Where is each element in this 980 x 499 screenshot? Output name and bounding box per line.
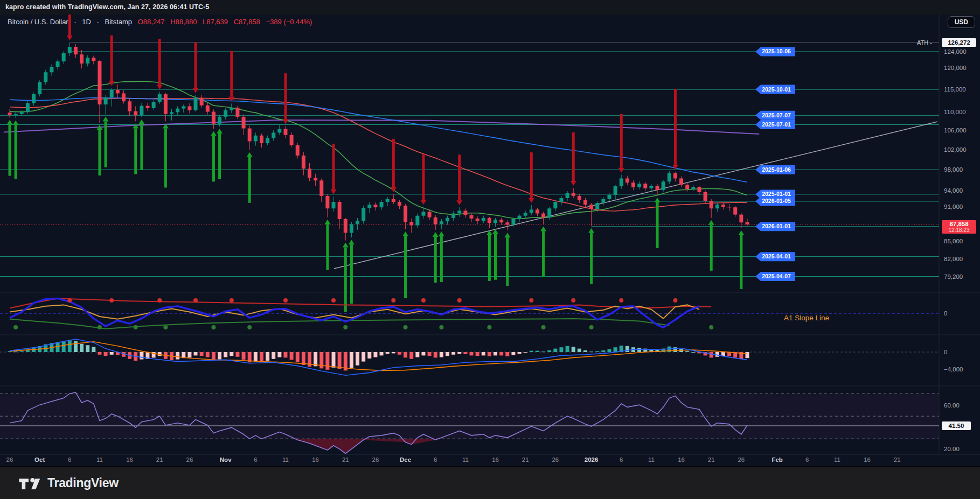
attribution-text: kapro created with TradingView.com, Jan … [5,3,209,11]
svg-text:41.50: 41.50 [949,423,964,429]
svg-text:16: 16 [678,456,685,463]
svg-text:2025-04-01: 2025-04-01 [762,253,791,259]
svg-text:16: 16 [864,456,871,463]
svg-text:11: 11 [462,456,469,463]
svg-text:124,000: 124,000 [944,48,967,55]
svg-text:2025-01-01: 2025-01-01 [762,191,791,197]
svg-text:102,000: 102,000 [944,146,967,153]
time-axis[interactable]: 26Oct611162126Nov611162126Dec61116212620… [6,456,901,463]
pane-macd: 0−4,000 [0,339,963,375]
svg-text:126,272: 126,272 [948,39,970,46]
svg-text:26: 26 [738,456,745,463]
footer-bar: TradingView [0,466,980,499]
svg-text:2026-01-01: 2026-01-01 [762,223,791,229]
svg-text:21: 21 [708,456,715,463]
svg-text:2025-10-01: 2025-10-01 [762,86,791,93]
price-level-date-tags: 2025-10-062025-10-012025-07-072025-07-01… [755,47,795,281]
svg-text:115,000: 115,000 [944,86,966,93]
svg-text:0: 0 [944,349,947,355]
svg-text:26: 26 [552,456,559,463]
svg-text:Dec: Dec [400,456,412,463]
svg-text:60.00: 60.00 [944,402,960,409]
svg-text:16: 16 [312,456,319,463]
svg-text:6: 6 [620,456,623,463]
svg-text:2025-10-06: 2025-10-06 [762,48,791,54]
svg-text:12:18:23: 12:18:23 [949,227,970,233]
svg-text:110,000: 110,000 [944,109,966,115]
svg-text:94,000: 94,000 [944,187,963,194]
svg-text:21: 21 [342,456,349,463]
svg-text:6: 6 [254,456,257,463]
svg-text:82,000: 82,000 [944,256,963,262]
svg-text:11: 11 [282,456,289,463]
svg-text:26: 26 [186,456,193,463]
svg-text:16: 16 [492,456,499,463]
svg-text:79,200: 79,200 [944,273,963,280]
svg-text:98,000: 98,000 [944,166,963,173]
svg-text:Feb: Feb [772,456,782,463]
svg-text:−4,000: −4,000 [944,366,963,373]
svg-text:6: 6 [805,456,809,463]
svg-text:21: 21 [156,456,163,463]
price-axis: 124,000120,000115,000110,000106,000102,0… [917,38,976,280]
currency-toggle-button[interactable]: USD [948,16,975,28]
svg-text:21: 21 [522,456,529,463]
chart-region: Bitcoin / U.S. Dollar · 1D · Bitstamp O8… [0,15,980,466]
svg-text:106,000: 106,000 [944,127,967,133]
moving-averages [10,81,747,219]
svg-text:2025-04-07: 2025-04-07 [762,273,791,279]
svg-text:Nov: Nov [220,456,232,463]
candlestick-chart-canvas[interactable]: 2025-10-062025-10-012025-07-072025-07-01… [0,15,980,466]
svg-text:2026-01-05: 2026-01-05 [762,198,791,204]
svg-text:6: 6 [434,456,437,463]
attribution-bar: kapro created with TradingView.com, Jan … [0,0,980,15]
footer-brand-text: TradingView [47,476,119,490]
svg-text:A1 Slope Line: A1 Slope Line [784,314,829,322]
svg-text:2025-07-07: 2025-07-07 [762,112,791,118]
svg-text:91,000: 91,000 [944,203,963,210]
svg-text:11: 11 [96,456,103,463]
svg-text:11: 11 [648,456,655,463]
tradingview-logo-icon [18,475,42,491]
svg-text:11: 11 [834,456,840,463]
svg-text:2026: 2026 [585,456,599,463]
pane-a1-slope: A1 Slope Line0 [0,298,947,329]
svg-text:ATH -: ATH - [917,39,932,46]
svg-text:87,858: 87,858 [949,221,969,227]
svg-text:21: 21 [894,456,901,463]
candles [8,43,749,241]
svg-text:85,000: 85,000 [944,238,963,244]
svg-text:2025-07-01: 2025-07-01 [762,121,791,128]
svg-text:120,000: 120,000 [944,65,967,71]
svg-text:0: 0 [944,310,947,317]
svg-text:2025-01-06: 2025-01-06 [762,166,791,173]
svg-text:Oct: Oct [34,456,45,463]
signal-arrows [7,15,745,312]
svg-text:16: 16 [126,456,133,463]
svg-text:26: 26 [6,456,13,463]
svg-text:26: 26 [372,456,379,463]
svg-text:20.00: 20.00 [944,446,960,452]
svg-text:6: 6 [68,456,71,463]
